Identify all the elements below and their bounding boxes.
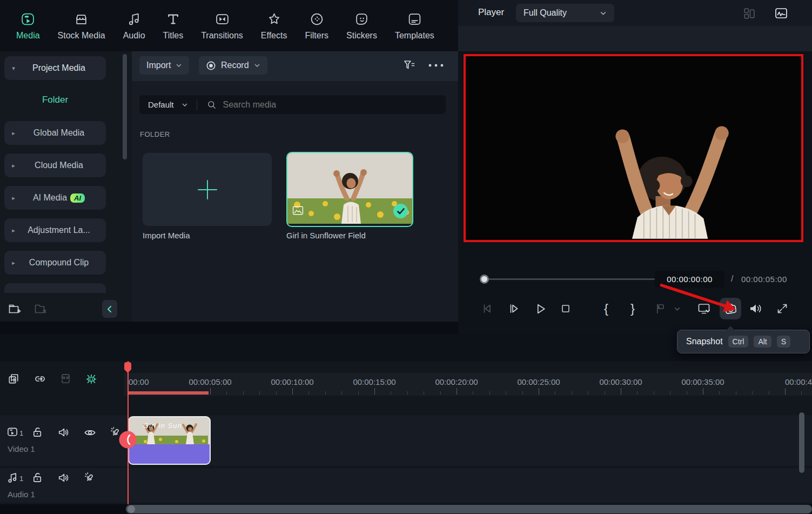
more-dots-icon xyxy=(428,63,444,68)
search-icon xyxy=(207,100,217,110)
tab-stickers[interactable]: Stickers xyxy=(346,11,377,41)
track-ai-audio-button[interactable] xyxy=(83,471,96,484)
media-tile-girl-in-sunflower-field[interactable] xyxy=(286,152,413,227)
plus-icon xyxy=(195,177,220,202)
timeline-area: 00:00 00:00:05:00 00:00:10:00 00:00:15:0… xyxy=(0,361,812,504)
sidebar-item-folder-selected[interactable]: Folder xyxy=(0,95,110,105)
next-frame-button[interactable] xyxy=(506,301,521,316)
filter-button[interactable] xyxy=(402,58,416,72)
search-bar[interactable]: Default xyxy=(139,95,446,114)
stop-button[interactable] xyxy=(558,301,573,316)
layout-grid-button[interactable] xyxy=(743,7,756,21)
music-note-icon xyxy=(6,471,19,484)
quality-value: Full Quality xyxy=(524,8,567,18)
media-tile-caption: Girl in Sunflower Field xyxy=(286,231,366,240)
eye-icon xyxy=(83,426,97,439)
transitions-icon xyxy=(215,11,230,27)
link-clips-button[interactable] xyxy=(33,372,46,385)
marker-dropdown-button[interactable] xyxy=(672,301,682,316)
sidebar-item-compound-clip[interactable]: ▸ Compound Clip xyxy=(4,251,106,275)
sort-select[interactable]: Default xyxy=(148,100,174,109)
ruler-label: 00:00:40:0 xyxy=(785,377,812,386)
sidebar-item-partial[interactable] xyxy=(4,283,106,293)
delete-folder-button[interactable] xyxy=(33,302,48,316)
timeline-ruler[interactable]: 00:00 00:00:05:00 00:00:10:00 00:00:15:0… xyxy=(124,373,812,396)
lock-track-button[interactable] xyxy=(31,426,44,439)
record-label: Record xyxy=(221,61,249,70)
hide-track-button[interactable] xyxy=(83,426,96,439)
marker-button[interactable] xyxy=(652,301,667,316)
track-number-badge: 1 xyxy=(19,429,23,437)
seek-handle[interactable] xyxy=(480,275,489,284)
more-options-button[interactable] xyxy=(427,59,445,72)
mirror-display-button[interactable] xyxy=(696,301,712,316)
sidebar-item-label: Cloud Media xyxy=(23,161,95,170)
clip-trim-handle[interactable] xyxy=(118,430,137,449)
mark-in-button[interactable]: { xyxy=(599,301,614,316)
tab-stock-media[interactable]: Stock Media xyxy=(58,11,105,41)
tab-templates[interactable]: Templates xyxy=(395,11,434,41)
clip-watermark-text: Girl in Sun xyxy=(143,422,182,430)
media-icon xyxy=(21,11,35,27)
playhead-handle[interactable] xyxy=(124,362,131,373)
collapse-sidebar-button[interactable] xyxy=(102,300,117,318)
scopes-button[interactable] xyxy=(774,6,788,21)
sidebar-item-adjustment-layer[interactable]: ▸ Adjustment La... xyxy=(4,218,106,242)
play-button[interactable] xyxy=(533,301,548,316)
tab-filters[interactable]: Filters xyxy=(305,11,328,41)
sidebar-item-cloud-media[interactable]: ▸ Cloud Media xyxy=(4,153,106,177)
import-media-tile[interactable] xyxy=(143,153,272,226)
quality-select[interactable]: Full Quality xyxy=(516,4,614,22)
snapshot-button[interactable] xyxy=(720,298,741,319)
tab-media[interactable]: Media xyxy=(16,11,40,41)
media-library-panel: Import Record Default FOLDER xyxy=(132,51,458,322)
auto-snap-button[interactable] xyxy=(84,372,97,385)
record-button[interactable]: Record xyxy=(199,56,267,75)
timeline-clip-girl-in-sunflower-field[interactable]: Girl in Sun xyxy=(128,416,211,465)
caret-right-icon: ▸ xyxy=(4,195,23,202)
mute-button[interactable] xyxy=(748,301,763,316)
fullscreen-button[interactable] xyxy=(775,301,790,316)
mute-track-button[interactable] xyxy=(57,426,70,439)
tab-audio[interactable]: Audio xyxy=(123,11,145,41)
lock-track-button[interactable] xyxy=(31,471,44,484)
fullscreen-expand-icon xyxy=(776,302,789,315)
sidebar-item-global-media[interactable]: ▸ Global Media xyxy=(4,121,106,145)
caret-right-icon: ▸ xyxy=(4,130,23,137)
magnet-off-button[interactable] xyxy=(59,372,72,385)
player-header: Player Full Quality xyxy=(458,0,812,26)
tab-effects[interactable]: Effects xyxy=(261,11,287,41)
sidebar-scrollbar[interactable] xyxy=(123,54,127,159)
timeline-vertical-scrollbar[interactable] xyxy=(799,412,804,473)
speaker-icon xyxy=(57,426,70,439)
titles-icon xyxy=(166,11,180,27)
mark-out-button[interactable]: } xyxy=(625,301,640,316)
add-track-button[interactable] xyxy=(7,372,20,385)
mute-track-button[interactable] xyxy=(57,471,70,484)
ruler-label: 00:00 xyxy=(129,377,149,386)
new-folder-button[interactable] xyxy=(8,302,22,316)
sidebar-item-label: Project Media xyxy=(23,63,95,73)
timecode-total: 00:00:05:00 xyxy=(741,275,787,284)
chevron-down-icon xyxy=(176,62,182,69)
import-button[interactable]: Import xyxy=(139,56,189,75)
scrollbar-handle[interactable] xyxy=(127,505,135,513)
timecode-current: 00:00:00:00 xyxy=(655,271,724,288)
sidebar-item-project-media[interactable]: ▾ Project Media xyxy=(4,56,106,80)
filmora-window: Media Stock Media Audio Titles Transitio… xyxy=(0,0,812,514)
sidebar-item-ai-media[interactable]: ▸ AI MediaAI xyxy=(4,186,106,210)
tab-transitions[interactable]: Transitions xyxy=(201,11,243,41)
sidebar-item-label: AI MediaAI xyxy=(23,193,95,203)
search-input[interactable] xyxy=(222,99,386,110)
video-track-row: 1 Video 1 xyxy=(0,415,812,466)
tab-titles[interactable]: Titles xyxy=(163,11,184,41)
previous-frame-button[interactable] xyxy=(479,301,494,316)
tab-label: Transitions xyxy=(201,31,243,41)
tooltip-label: Snapshot xyxy=(686,337,723,346)
ruler-label: 00:00:15:00 xyxy=(353,377,395,386)
image-type-icon xyxy=(292,206,304,215)
media-toolbar: Import Record xyxy=(132,51,458,81)
folder-plus-icon xyxy=(8,302,22,316)
seek-track[interactable] xyxy=(488,278,655,280)
timeline-horizontal-scrollbar[interactable] xyxy=(126,505,812,513)
